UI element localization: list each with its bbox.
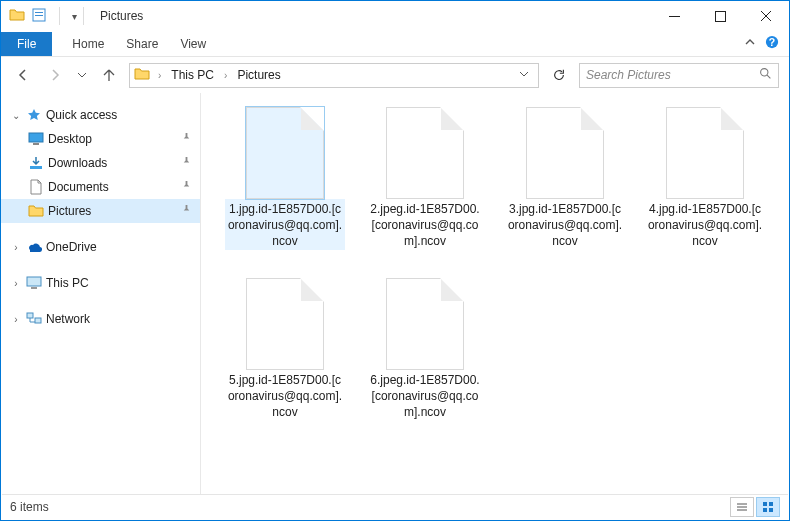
file-name: 6.jpeg.id-1E857D00.[coronavirus@qq.com].… [365,370,485,421]
item-count: 6 items [10,500,49,514]
sidebar-item-label: Desktop [48,132,92,146]
sidebar-item-desktop[interactable]: Desktop [1,127,200,151]
tab-share[interactable]: Share [124,33,160,55]
file-icon [246,107,324,199]
separator [83,7,84,25]
file-tab[interactable]: File [1,32,52,56]
title-bar: ▾ Pictures [1,1,789,31]
sidebar-item-downloads[interactable]: Downloads [1,151,200,175]
svg-rect-24 [769,508,773,512]
sidebar-item-quick-access[interactable]: ⌄ Quick access [1,103,200,127]
pin-icon [181,156,192,170]
folder-app-icon [9,7,25,26]
tab-home[interactable]: Home [70,33,106,55]
address-bar[interactable]: › This PC › Pictures [129,63,539,88]
expand-icon[interactable]: › [7,314,25,325]
file-icon [246,278,324,370]
window-title: Pictures [100,9,143,23]
pin-icon [181,204,192,218]
this-pc-icon [25,274,43,292]
downloads-icon [27,154,45,172]
svg-rect-2 [35,15,43,16]
file-item[interactable]: 1.jpg.id-1E857D00.[coronavirus@qq.com].n… [225,107,345,250]
sidebar-item-label: Quick access [46,108,117,122]
ribbon-expand-icon[interactable] [743,35,757,52]
svg-rect-14 [27,277,41,286]
sidebar-item-label: Documents [48,180,109,194]
documents-icon [27,178,45,196]
star-icon [25,106,43,124]
file-name: 2.jpeg.id-1E857D00.[coronavirus@qq.com].… [365,199,485,250]
view-large-icons-button[interactable] [756,497,780,517]
svg-rect-12 [33,143,39,145]
maximize-button[interactable] [697,1,743,31]
file-item[interactable]: 4.jpg.id-1E857D00.[coronavirus@qq.com].n… [645,107,765,250]
folder-icon [134,67,150,84]
file-item[interactable]: 5.jpg.id-1E857D00.[coronavirus@qq.com].n… [225,278,345,421]
file-name: 3.jpg.id-1E857D00.[coronavirus@qq.com].n… [505,199,625,250]
navigation-pane: ⌄ Quick access Desktop Downloads Documen… [1,93,201,495]
expand-icon[interactable]: › [7,242,25,253]
collapse-icon[interactable]: ⌄ [7,110,25,121]
desktop-icon [27,130,45,148]
sidebar-item-onedrive[interactable]: › OneDrive [1,235,200,259]
network-icon [25,310,43,328]
sidebar-item-pictures[interactable]: Pictures [1,199,200,223]
minimize-button[interactable] [651,1,697,31]
chevron-right-icon[interactable]: › [154,70,165,81]
svg-rect-15 [31,287,37,289]
file-item[interactable]: 2.jpeg.id-1E857D00.[coronavirus@qq.com].… [365,107,485,250]
refresh-button[interactable] [547,63,571,87]
sidebar-item-label: Downloads [48,156,107,170]
help-icon[interactable]: ? [765,35,779,52]
file-item[interactable]: 6.jpeg.id-1E857D00.[coronavirus@qq.com].… [365,278,485,421]
sidebar-item-label: This PC [46,276,89,290]
svg-rect-16 [27,313,33,318]
search-input[interactable] [586,68,753,82]
expand-icon[interactable]: › [7,278,25,289]
file-name: 5.jpg.id-1E857D00.[coronavirus@qq.com].n… [225,370,345,421]
address-dropdown-icon[interactable] [514,68,534,82]
svg-rect-1 [35,12,43,13]
pictures-icon [27,202,45,220]
svg-rect-21 [763,502,767,506]
file-icon [386,278,464,370]
forward-button[interactable] [43,63,67,87]
ribbon: File Home Share View ? [1,31,789,57]
onedrive-icon [25,238,43,256]
svg-rect-22 [769,502,773,506]
sidebar-item-label: Pictures [48,204,91,218]
qat-dropdown-icon[interactable]: ▾ [72,11,77,22]
quick-access-toolbar: ▾ [1,7,77,26]
svg-text:?: ? [769,36,775,48]
sidebar-item-this-pc[interactable]: › This PC [1,271,200,295]
svg-rect-17 [35,318,41,323]
up-button[interactable] [97,63,121,87]
breadcrumb-pictures[interactable]: Pictures [235,68,282,82]
file-name: 1.jpg.id-1E857D00.[coronavirus@qq.com].n… [225,199,345,250]
status-bar: 6 items [2,494,788,519]
file-item[interactable]: 3.jpg.id-1E857D00.[coronavirus@qq.com].n… [505,107,625,250]
close-button[interactable] [743,1,789,31]
address-bar-row: › This PC › Pictures [1,57,789,93]
chevron-right-icon[interactable]: › [220,70,231,81]
search-icon[interactable] [759,67,772,83]
svg-rect-13 [30,166,42,169]
sidebar-item-documents[interactable]: Documents [1,175,200,199]
search-box[interactable] [579,63,779,88]
breadcrumb-this-pc[interactable]: This PC [169,68,216,82]
svg-rect-4 [715,11,725,21]
sidebar-item-network[interactable]: › Network [1,307,200,331]
tab-view[interactable]: View [178,33,208,55]
properties-icon[interactable] [31,7,47,26]
recent-locations-icon[interactable] [75,63,89,87]
file-list-pane[interactable]: 1.jpg.id-1E857D00.[coronavirus@qq.com].n… [201,93,789,495]
view-details-button[interactable] [730,497,754,517]
svg-line-10 [767,75,770,78]
svg-rect-23 [763,508,767,512]
separator [59,7,60,25]
back-button[interactable] [11,63,35,87]
sidebar-item-label: Network [46,312,90,326]
pin-icon [181,132,192,146]
window-controls [651,1,789,31]
